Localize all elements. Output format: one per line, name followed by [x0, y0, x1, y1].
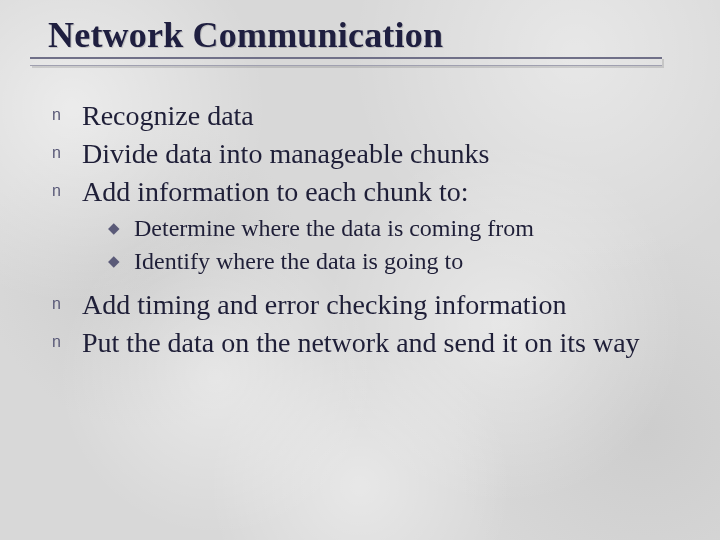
list-item-text: Divide data into manageable chunks [82, 136, 688, 172]
list-item: n Add timing and error checking informat… [50, 287, 688, 323]
list-item-text: Add information to each chunk to: [82, 174, 688, 210]
list-item-text: Determine where the data is coming from [134, 213, 688, 244]
bullet-level1-icon: n [50, 287, 82, 321]
bullet-level1-icon: n [50, 136, 82, 170]
bullet-level1-icon: n [50, 174, 82, 208]
list-item-text: Put the data on the network and send it … [82, 325, 688, 361]
list-item-text: Add timing and error checking informatio… [82, 287, 688, 323]
list-item: n Put the data on the network and send i… [50, 325, 688, 361]
slide-title: Network Communication [48, 14, 688, 56]
title-underline: Network Communication [48, 14, 688, 62]
bullet-level2-icon: ◆ [108, 246, 134, 276]
list-item: ◆ Identify where the data is going to [108, 246, 688, 277]
list-item: n Recognize data [50, 98, 688, 134]
bullet-level2-icon: ◆ [108, 213, 134, 243]
list-item-text: Identify where the data is going to [134, 246, 688, 277]
list-item: n Divide data into manageable chunks [50, 136, 688, 172]
slide-body: n Recognize data n Divide data into mana… [48, 98, 688, 361]
bullet-level1-icon: n [50, 98, 82, 132]
slide: Network Communication n Recognize data n… [0, 0, 720, 540]
bullet-level1-icon: n [50, 325, 82, 359]
list-item-text: Recognize data [82, 98, 688, 134]
list-item: n Add information to each chunk to: [50, 174, 688, 210]
sub-list: ◆ Determine where the data is coming fro… [108, 213, 688, 276]
list-item: ◆ Determine where the data is coming fro… [108, 213, 688, 244]
